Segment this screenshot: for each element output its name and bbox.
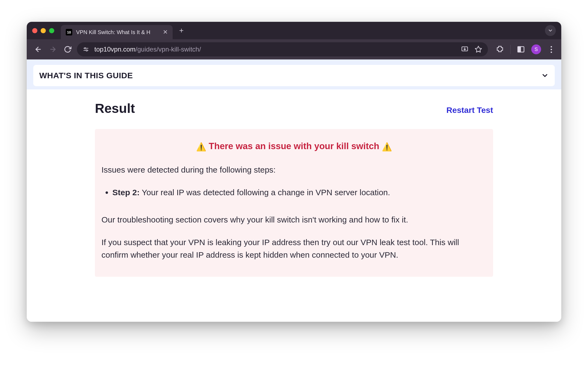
guide-toc-title: WHAT'S IN THIS GUIDE [39, 71, 133, 80]
titlebar: 10 VPN Kill Switch: What Is It & H ✕ + [27, 22, 561, 39]
tab-favicon: 10 [66, 29, 72, 35]
titlebar-left: 10 VPN Kill Switch: What Is It & H ✕ + [32, 23, 184, 38]
tabs-dropdown-button[interactable] [545, 25, 556, 36]
issue-intro-text: Issues were detected during the followin… [101, 164, 487, 176]
url-domain: top10vpn.com [94, 46, 136, 53]
result-heading: Result [95, 101, 135, 116]
result-header: Result Restart Test [95, 101, 493, 116]
close-tab-button[interactable]: ✕ [163, 29, 168, 36]
arrow-left-icon [34, 46, 42, 53]
back-button[interactable] [33, 44, 44, 55]
warning-icon: ⚠️ [196, 142, 206, 151]
urlbar-actions [461, 45, 482, 53]
minimize-window-button[interactable] [41, 28, 46, 33]
guide-toc-toggle[interactable]: WHAT'S IN THIS GUIDE [33, 65, 555, 86]
step-text: Your real IP was detected following a ch… [140, 188, 390, 197]
toolbar-divider [510, 45, 511, 54]
side-panel-icon [517, 45, 525, 53]
bookmark-button[interactable] [474, 45, 482, 53]
new-tab-button[interactable]: + [179, 26, 184, 35]
leak-test-text: If you suspect that your VPN is leaking … [101, 236, 487, 261]
main-content: Result Restart Test ⚠️ There was an issu… [27, 89, 561, 277]
svg-rect-10 [518, 47, 521, 52]
install-app-button[interactable] [461, 45, 469, 53]
browser-tab[interactable]: 10 VPN Kill Switch: What Is It & H ✕ [61, 25, 173, 39]
issue-headline-text: There was an issue with your kill switch [209, 141, 379, 151]
browser-window: 10 VPN Kill Switch: What Is It & H ✕ + t… [27, 22, 561, 322]
arrow-right-icon [49, 46, 57, 53]
install-icon [461, 46, 469, 53]
profile-button[interactable]: S [531, 44, 541, 54]
url-text: top10vpn.com/guides/vpn-kill-switch/ [94, 46, 201, 53]
star-icon [475, 46, 482, 53]
tune-icon [83, 46, 89, 53]
close-window-button[interactable] [32, 28, 37, 33]
chevron-down-icon [548, 28, 553, 33]
url-path: /guides/vpn-kill-switch/ [136, 46, 201, 53]
traffic-lights [32, 28, 54, 33]
browser-menu-button[interactable] [547, 45, 555, 53]
reload-icon [64, 46, 71, 53]
svg-point-3 [85, 48, 86, 49]
issue-headline: ⚠️ There was an issue with your kill swi… [101, 141, 487, 152]
toolbar: top10vpn.com/guides/vpn-kill-switch/ S [27, 39, 561, 59]
svg-point-5 [86, 50, 88, 51]
page-content: WHAT'S IN THIS GUIDE Result Restart Test… [27, 59, 561, 322]
url-bar[interactable]: top10vpn.com/guides/vpn-kill-switch/ [77, 42, 488, 56]
guide-bar-stripe: WHAT'S IN THIS GUIDE [27, 59, 561, 89]
troubleshooting-text: Our troubleshooting section covers why y… [101, 213, 487, 226]
issue-step-item: Step 2: Your real IP was detected follow… [112, 186, 487, 199]
extensions-button[interactable] [496, 45, 504, 54]
svg-marker-8 [475, 46, 481, 52]
reload-button[interactable] [62, 44, 73, 55]
step-label: Step 2: [112, 188, 140, 197]
chevron-down-icon [541, 72, 549, 79]
puzzle-icon [496, 45, 504, 53]
forward-button[interactable] [47, 44, 58, 55]
warning-icon: ⚠️ [382, 142, 392, 151]
issue-step-list: Step 2: Your real IP was detected follow… [101, 186, 487, 199]
result-box: ⚠️ There was an issue with your kill swi… [95, 129, 493, 277]
restart-test-link[interactable]: Restart Test [446, 106, 493, 115]
toolbar-right: S [496, 44, 555, 54]
tab-title: VPN Kill Switch: What Is It & H [76, 29, 150, 35]
side-panel-button[interactable] [517, 45, 525, 54]
site-settings-button[interactable] [82, 46, 89, 53]
maximize-window-button[interactable] [49, 28, 54, 33]
